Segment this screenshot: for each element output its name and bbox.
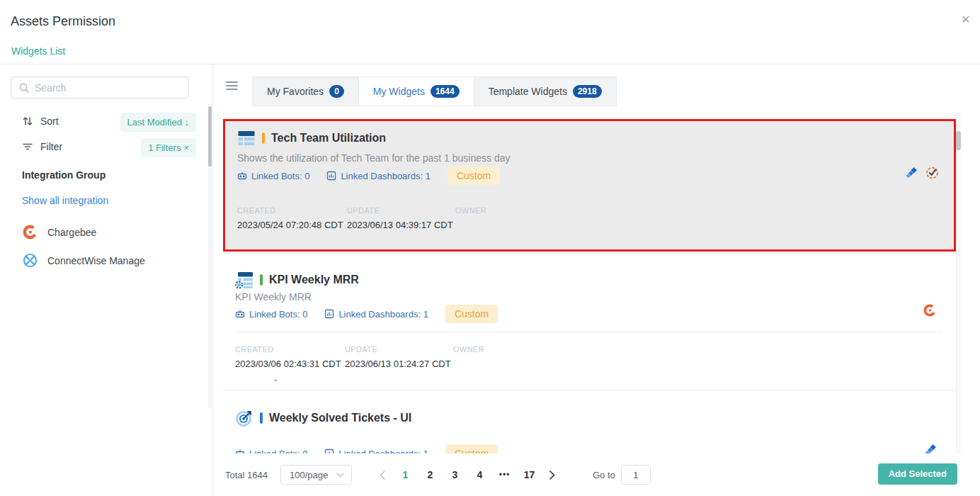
- search-box[interactable]: [11, 77, 189, 98]
- update-label: UPDATE: [345, 345, 451, 354]
- main-panel: My Favorites 0 My Widgets 1644 Template …: [213, 64, 980, 496]
- total-count: Total 1644: [225, 470, 268, 480]
- owner-info: OWNER: [455, 206, 486, 220]
- chargebee-icon: [22, 224, 38, 240]
- dashboard-icon: [326, 171, 336, 181]
- chargebee-icon: [923, 303, 937, 317]
- integration-group-label: Integration Group: [22, 169, 106, 181]
- page-size-select[interactable]: 100/page: [280, 465, 352, 485]
- sidebar-item-connectwise[interactable]: ConnectWise Manage: [22, 252, 145, 269]
- widget-card-tech-team-utilization[interactable]: Tech Team Utilization Shows the utilizat…: [223, 119, 956, 252]
- sidebar-scrollbar-thumb[interactable]: [208, 106, 212, 167]
- linked-dashboards-text: Linked Dashboards: 1: [341, 171, 430, 181]
- chevron-down-icon: [336, 473, 344, 478]
- target-widget-icon: [235, 409, 253, 427]
- widget-title: Weekly Solved Tickets - UI: [269, 412, 411, 424]
- close-icon[interactable]: ×: [962, 11, 970, 26]
- add-selected-button[interactable]: Add Selected: [878, 463, 957, 485]
- linked-bots-link[interactable]: Linked Bots: 0: [235, 309, 307, 320]
- goto-label: Go to: [593, 470, 615, 480]
- dashboard-icon: [324, 309, 334, 319]
- page-title: Assets Permission: [11, 14, 115, 29]
- bot-icon: [235, 449, 245, 453]
- title-accent-bar: [260, 412, 263, 424]
- show-all-integration-link[interactable]: Show all integration: [22, 195, 108, 206]
- filter-icon: [22, 141, 33, 152]
- linked-bots-text: Linked Bots: 0: [251, 171, 309, 181]
- sidebar: Sort Last Modified ↓ Filter 1 Filters× I…: [0, 64, 213, 496]
- card-divider: [235, 332, 942, 332]
- widget-list: Tech Team Utilization Shows the utilizat…: [213, 64, 980, 453]
- update-info: UPDATE 2023/06/13 04:39:17 CDT: [347, 206, 453, 230]
- widget-description: KPI Weekly MRR: [235, 291, 312, 303]
- sort-label: Sort: [40, 115, 59, 127]
- dashboard-icon: [324, 449, 334, 453]
- update-info: UPDATE 2023/06/13 01:24:27 CDT: [345, 345, 451, 369]
- connectwise-icon: [22, 252, 38, 269]
- linked-bots-text: Linked Bots: 0: [249, 449, 307, 454]
- clear-filter-icon[interactable]: ×: [183, 142, 189, 153]
- filter-value-chip[interactable]: 1 Filters×: [141, 138, 196, 157]
- page-button-1[interactable]: 1: [393, 469, 418, 480]
- page-size-value: 100/page: [290, 470, 328, 480]
- widget-card-weekly-solved-tickets[interactable]: Weekly Solved Tickets - UI Linked Bots: …: [223, 392, 956, 453]
- custom-badge: Custom: [445, 305, 498, 323]
- created-info: CREATED 2023/05/24 07:20:48 CDT: [237, 206, 343, 230]
- linked-dashboards-text: Linked Dashboards: 1: [338, 309, 428, 320]
- pagination-bar: Total 1644 100/page 1 2 3 4 ••• 17 Go to: [213, 453, 980, 496]
- goto-page-input[interactable]: [621, 465, 651, 485]
- filter-label: Filter: [40, 141, 62, 152]
- page-button-2[interactable]: 2: [418, 469, 443, 480]
- integration-name: Chargebee: [47, 227, 96, 238]
- bot-icon: [235, 309, 245, 319]
- scheduled-check-icon: [925, 166, 939, 179]
- filter-value: 1 Filters: [148, 142, 181, 153]
- created-value: 2023/05/24 07:20:48 CDT: [237, 220, 343, 230]
- update-value: 2023/06/13 01:24:27 CDT: [345, 359, 451, 369]
- linked-dashboards-text: Linked Dashboards: 1: [338, 449, 428, 454]
- table-gear-widget-icon: [235, 271, 253, 289]
- list-scrollbar-track[interactable]: [956, 114, 961, 453]
- sort-value-chip[interactable]: Last Modified ↓: [120, 113, 196, 132]
- linked-dashboards-link[interactable]: Linked Dashboards: 1: [324, 449, 428, 454]
- widget-title: Tech Team Utilization: [271, 132, 386, 145]
- update-value: 2023/06/13 04:39:17 CDT: [347, 220, 453, 230]
- sort-icon: [22, 115, 33, 127]
- list-scrollbar-thumb[interactable]: [956, 131, 961, 150]
- assets-permission-modal: Assets Permission × Widgets List Sort La…: [0, 0, 980, 496]
- widget-card-kpi-weekly-mrr[interactable]: KPI Weekly MRR KPI Weekly MRR Linked Bot…: [223, 254, 956, 390]
- created-value: 2023/03/06 02:43:31 CDT: [235, 359, 341, 369]
- created-info: CREATED 2023/03/06 02:43:31 CDT: [235, 345, 341, 369]
- custom-badge: Custom: [445, 444, 498, 453]
- widget-title: KPI Weekly MRR: [269, 274, 359, 286]
- page-button-3[interactable]: 3: [443, 469, 467, 480]
- owner-label: OWNER: [455, 206, 486, 215]
- next-page-button[interactable]: [542, 470, 563, 480]
- linked-dashboards-link[interactable]: Linked Dashboards: 1: [324, 309, 428, 320]
- title-accent-bar: [262, 133, 265, 144]
- widget-description: Shows the utilization of Tech Team for t…: [237, 152, 511, 164]
- owner-label: OWNER: [453, 345, 484, 354]
- owner-info: OWNER: [453, 345, 484, 354]
- page-button-4[interactable]: 4: [467, 469, 492, 480]
- linked-bots-text: Linked Bots: 0: [249, 309, 307, 320]
- linked-dashboards-link[interactable]: Linked Dashboards: 1: [326, 171, 430, 181]
- jira-icon: [924, 443, 938, 453]
- linked-bots-link[interactable]: Linked Bots: 0: [237, 171, 309, 181]
- page-button-17[interactable]: 17: [517, 469, 542, 480]
- more-pages-icon[interactable]: •••: [492, 470, 517, 480]
- search-input[interactable]: [35, 82, 181, 94]
- bot-icon: [237, 171, 247, 181]
- owner-value: -: [274, 374, 277, 385]
- chevron-left-icon: [380, 470, 385, 480]
- created-label: CREATED: [235, 345, 341, 354]
- search-icon: [18, 82, 30, 94]
- filter-row: Filter 1 Filters×: [0, 138, 212, 159]
- chevron-right-icon: [549, 470, 555, 480]
- prev-page-button[interactable]: [372, 470, 393, 480]
- table-widget-icon: [237, 129, 256, 147]
- integration-name: ConnectWise Manage: [47, 255, 145, 266]
- sidebar-item-chargebee[interactable]: Chargebee: [22, 224, 96, 240]
- jira-icon: [905, 166, 918, 179]
- linked-bots-link[interactable]: Linked Bots: 0: [235, 449, 307, 454]
